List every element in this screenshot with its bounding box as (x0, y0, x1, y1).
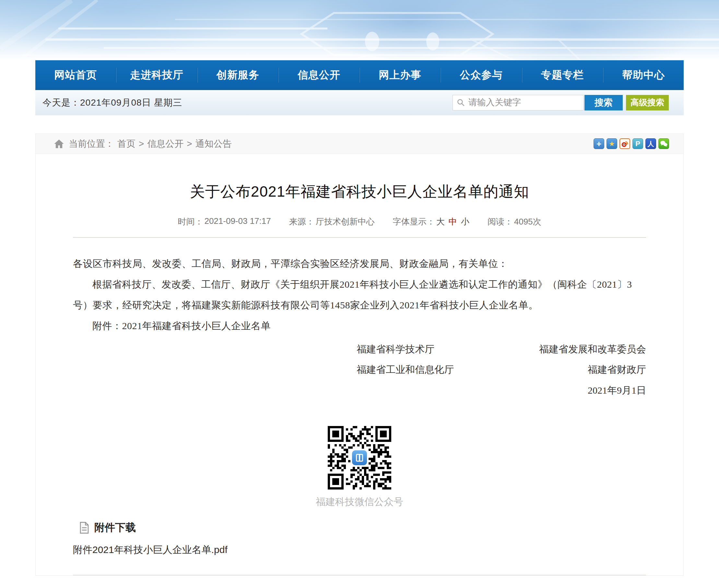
signature-block: 福建省科学技术厅 福建省发展和改革委员会 福建省工业和信息化厅 福建省财政厅 2… (73, 339, 646, 401)
paragraph-recipients: 各设区市科技局、发改委、工信局、财政局，平潭综合实验区经济发展局、财政金融局，有… (73, 253, 646, 274)
paragraph-appendix: 附件：2021年福建省科技小巨人企业名单 (73, 316, 646, 336)
search-input[interactable] (468, 98, 579, 108)
paragraph-main: 根据省科技厅、发改委、工信厅、财政厅《关于组织开展2021年科技小巨人企业遴选和… (73, 274, 646, 316)
meta-views-value: 4095次 (514, 216, 541, 227)
nav-item-about[interactable]: 走进科技厅 (116, 60, 197, 90)
weibo-eye-glyph (620, 139, 629, 148)
meta-source-label: 来源： (289, 216, 314, 227)
article: 关于公布2021年福建省科技小巨人企业名单的通知 时间： 2021-09-03 … (36, 182, 683, 575)
star-glyph: ★ (609, 140, 615, 147)
signature-finance-dept: 福建省财政厅 (588, 359, 646, 380)
article-meta: 时间： 2021-09-03 17:17 来源： 厅技术创新中心 字体显示： 大… (73, 216, 646, 227)
search-box (453, 95, 583, 110)
content-box: 当前位置： 首页 > 信息公开 > 通知公告 + ★ P 人 (35, 133, 684, 576)
qr-section: 福建科技微信公众号 (73, 426, 646, 510)
qr-center-logo-icon (352, 450, 367, 465)
signature-science-dept: 福建省科学技术厅 (356, 339, 434, 360)
font-size-large-button[interactable]: 大 (436, 216, 445, 227)
search-button[interactable]: 搜索 (584, 95, 623, 110)
share-toolbar: + ★ P 人 (594, 138, 669, 149)
search-icon (457, 99, 465, 107)
nav-item-online-services[interactable]: 网上办事 (360, 60, 440, 90)
bottom-divider (73, 575, 646, 575)
document-icon (79, 522, 89, 533)
home-icon[interactable] (54, 139, 64, 149)
breadcrumb-strip: 当前位置： 首页 > 信息公开 > 通知公告 + ★ P 人 (36, 134, 683, 154)
nav-item-innovation-services[interactable]: 创新服务 (198, 60, 278, 90)
share-wechat-icon[interactable] (658, 138, 669, 149)
font-size-medium-button[interactable]: 中 (449, 216, 457, 227)
spacer (0, 115, 719, 133)
meta-source-value: 厅技术创新中心 (316, 216, 375, 227)
share-tencent-weibo-icon[interactable]: P (633, 138, 643, 149)
nav-item-help-center[interactable]: 帮助中心 (603, 60, 684, 90)
signature-date: 2021年9月1日 (588, 380, 646, 401)
share-qzone-icon[interactable]: ★ (607, 138, 617, 149)
breadcrumb-item-notices[interactable]: 通知公告 (196, 138, 232, 150)
attachment-header: 附件下载 (79, 521, 646, 535)
plus-glyph: + (596, 140, 601, 148)
meta-time-value: 2021-09-03 17:17 (204, 216, 271, 227)
meta-time-label: 时间： (178, 216, 203, 227)
signature-industry-info: 福建省工业和信息化厅 (356, 359, 454, 380)
meta-fontsize-label: 字体显示： (393, 216, 435, 227)
ren-glyph: 人 (648, 141, 654, 147)
p-glyph: P (635, 140, 640, 147)
page-title: 关于公布2021年福建省科技小巨人企业名单的通知 (73, 182, 646, 202)
meta-views-label: 阅读： (488, 216, 513, 227)
breadcrumb-separator: > (139, 139, 144, 149)
nav-item-info-disclosure[interactable]: 信息公开 (279, 60, 359, 90)
attachment-header-label: 附件下载 (94, 521, 136, 535)
main-navigation: 网站首页 走进科技厅 创新服务 信息公开 网上办事 公众参与 专题专栏 帮助中心 (35, 60, 684, 90)
banner-circuit-pattern (0, 0, 719, 60)
meta-divider (73, 237, 646, 238)
share-more-icon[interactable]: + (594, 138, 604, 149)
header-banner (0, 0, 719, 60)
signature-development-reform: 福建省发展和改革委员会 (539, 339, 646, 360)
attachment-pdf-link[interactable]: 附件2021年科技小巨人企业名单.pdf (73, 543, 228, 556)
nav-item-special-topics[interactable]: 专题专栏 (522, 60, 603, 90)
advanced-search-button[interactable]: 高级搜索 (626, 95, 669, 110)
nav-item-public-participation[interactable]: 公众参与 (441, 60, 521, 90)
nav-item-home[interactable]: 网站首页 (35, 60, 116, 90)
qr-caption: 福建科技微信公众号 (306, 494, 413, 510)
share-renren-icon[interactable]: 人 (645, 138, 656, 149)
breadcrumb-item-info-disclosure[interactable]: 信息公开 (147, 138, 184, 150)
breadcrumb-label: 当前位置： (69, 138, 114, 150)
article-body: 各设区市科技局、发改委、工信局、财政局，平潭综合实验区经济发展局、财政金融局，有… (73, 253, 646, 336)
breadcrumb-separator: > (187, 139, 192, 149)
wechat-bubbles-glyph (659, 139, 668, 148)
font-size-small-button[interactable]: 小 (461, 216, 469, 227)
share-sina-weibo-icon[interactable] (619, 138, 630, 149)
date-search-bar: 今天是：2021年09月08日 星期三 搜索 高级搜索 (35, 90, 684, 115)
breadcrumb: 当前位置： 首页 > 信息公开 > 通知公告 (69, 138, 232, 150)
breadcrumb-item-home[interactable]: 首页 (117, 138, 136, 150)
current-date-text: 今天是：2021年09月08日 星期三 (42, 97, 182, 109)
